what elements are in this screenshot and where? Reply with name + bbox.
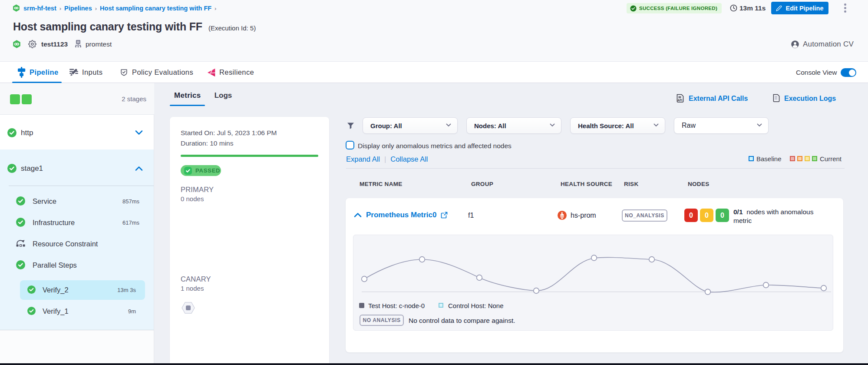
- svg-text:API: API: [677, 99, 682, 102]
